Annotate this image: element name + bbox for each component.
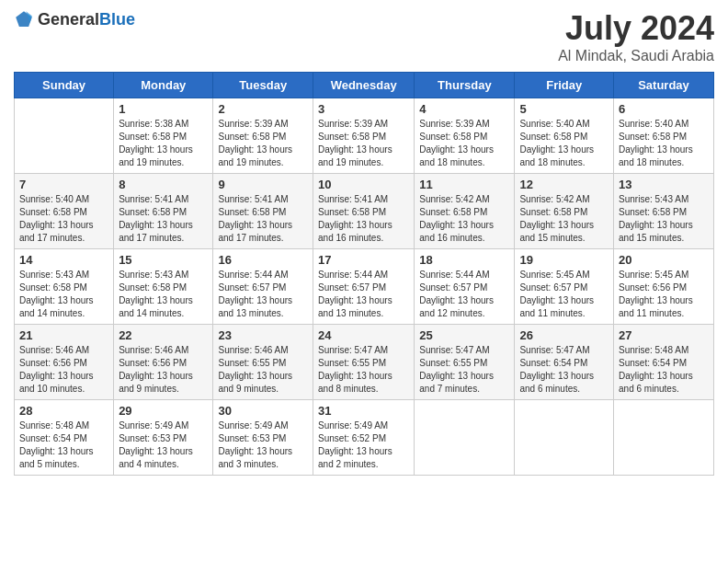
day-info: Sunrise: 5:46 AMSunset: 6:56 PMDaylight:… <box>19 344 108 396</box>
day-number: 23 <box>218 328 308 342</box>
table-row: 26Sunrise: 5:47 AMSunset: 6:54 PMDayligh… <box>515 325 614 400</box>
day-info: Sunrise: 5:48 AMSunset: 6:54 PMDaylight:… <box>619 344 709 396</box>
day-number: 9 <box>218 178 308 191</box>
day-number: 25 <box>419 328 509 342</box>
day-info: Sunrise: 5:42 AMSunset: 6:58 PMDaylight:… <box>419 193 509 245</box>
day-info: Sunrise: 5:39 AMSunset: 6:58 PMDaylight:… <box>218 118 308 169</box>
day-info: Sunrise: 5:43 AMSunset: 6:58 PMDaylight:… <box>119 269 208 320</box>
table-row <box>415 400 515 476</box>
day-number: 5 <box>519 102 609 116</box>
table-row: 31Sunrise: 5:49 AMSunset: 6:52 PMDayligh… <box>313 400 415 476</box>
day-info: Sunrise: 5:46 AMSunset: 6:55 PMDaylight:… <box>218 344 308 396</box>
day-number: 31 <box>318 404 409 418</box>
day-number: 16 <box>218 253 308 267</box>
table-row: 23Sunrise: 5:46 AMSunset: 6:55 PMDayligh… <box>213 325 313 400</box>
day-info: Sunrise: 5:45 AMSunset: 6:56 PMDaylight:… <box>619 269 709 320</box>
day-number: 28 <box>19 404 108 418</box>
week-row-5: 28Sunrise: 5:48 AMSunset: 6:54 PMDayligh… <box>15 400 714 476</box>
table-row: 5Sunrise: 5:40 AMSunset: 6:58 PMDaylight… <box>515 98 614 174</box>
table-row: 29Sunrise: 5:49 AMSunset: 6:53 PMDayligh… <box>114 400 213 476</box>
day-info: Sunrise: 5:49 AMSunset: 6:53 PMDaylight:… <box>218 419 308 471</box>
day-number: 26 <box>519 328 609 342</box>
day-number: 15 <box>119 253 208 267</box>
day-info: Sunrise: 5:43 AMSunset: 6:58 PMDaylight:… <box>19 269 108 320</box>
day-number: 20 <box>619 253 709 267</box>
day-info: Sunrise: 5:39 AMSunset: 6:58 PMDaylight:… <box>318 118 409 169</box>
table-row: 6Sunrise: 5:40 AMSunset: 6:58 PMDaylight… <box>614 98 714 174</box>
logo-blue: Blue <box>99 10 135 29</box>
week-row-4: 21Sunrise: 5:46 AMSunset: 6:56 PMDayligh… <box>15 325 714 400</box>
day-number: 22 <box>119 328 208 342</box>
day-info: Sunrise: 5:40 AMSunset: 6:58 PMDaylight:… <box>519 118 609 169</box>
day-number: 4 <box>419 102 509 116</box>
table-row: 19Sunrise: 5:45 AMSunset: 6:57 PMDayligh… <box>515 249 614 325</box>
day-number: 6 <box>619 102 709 116</box>
table-row: 3Sunrise: 5:39 AMSunset: 6:58 PMDaylight… <box>313 98 415 174</box>
title-area: July 2024 Al Mindak, Saudi Arabia <box>558 9 714 64</box>
table-row: 18Sunrise: 5:44 AMSunset: 6:57 PMDayligh… <box>415 249 515 325</box>
day-info: Sunrise: 5:47 AMSunset: 6:55 PMDaylight:… <box>318 344 409 396</box>
calendar-header-row: Sunday Monday Tuesday Wednesday Thursday… <box>15 73 714 98</box>
day-info: Sunrise: 5:45 AMSunset: 6:57 PMDaylight:… <box>519 269 609 320</box>
table-row: 17Sunrise: 5:44 AMSunset: 6:57 PMDayligh… <box>313 249 415 325</box>
day-number: 18 <box>419 253 509 267</box>
day-info: Sunrise: 5:44 AMSunset: 6:57 PMDaylight:… <box>318 269 409 320</box>
location-title: Al Mindak, Saudi Arabia <box>558 48 714 64</box>
table-row: 14Sunrise: 5:43 AMSunset: 6:58 PMDayligh… <box>15 249 114 325</box>
day-info: Sunrise: 5:41 AMSunset: 6:58 PMDaylight:… <box>119 193 208 245</box>
page-header: GeneralBlue July 2024 Al Mindak, Saudi A… <box>14 9 714 64</box>
table-row: 16Sunrise: 5:44 AMSunset: 6:57 PMDayligh… <box>213 249 313 325</box>
month-title: July 2024 <box>558 9 714 48</box>
day-info: Sunrise: 5:41 AMSunset: 6:58 PMDaylight:… <box>318 193 409 245</box>
day-info: Sunrise: 5:40 AMSunset: 6:58 PMDaylight:… <box>619 118 709 169</box>
header-friday: Friday <box>515 73 614 98</box>
day-info: Sunrise: 5:48 AMSunset: 6:54 PMDaylight:… <box>19 419 108 471</box>
day-info: Sunrise: 5:49 AMSunset: 6:53 PMDaylight:… <box>119 419 208 471</box>
table-row: 24Sunrise: 5:47 AMSunset: 6:55 PMDayligh… <box>313 325 415 400</box>
header-sunday: Sunday <box>15 73 114 98</box>
header-saturday: Saturday <box>614 73 714 98</box>
table-row: 10Sunrise: 5:41 AMSunset: 6:58 PMDayligh… <box>313 174 415 249</box>
table-row: 1Sunrise: 5:38 AMSunset: 6:58 PMDaylight… <box>114 98 213 174</box>
day-number: 17 <box>318 253 409 267</box>
day-number: 13 <box>619 178 709 191</box>
day-number: 21 <box>19 328 108 342</box>
day-info: Sunrise: 5:47 AMSunset: 6:54 PMDaylight:… <box>519 344 609 396</box>
week-row-3: 14Sunrise: 5:43 AMSunset: 6:58 PMDayligh… <box>15 249 714 325</box>
day-number: 29 <box>119 404 208 418</box>
day-info: Sunrise: 5:47 AMSunset: 6:55 PMDaylight:… <box>419 344 509 396</box>
day-number: 2 <box>218 102 308 116</box>
table-row: 28Sunrise: 5:48 AMSunset: 6:54 PMDayligh… <box>15 400 114 476</box>
calendar-table: Sunday Monday Tuesday Wednesday Thursday… <box>14 72 714 476</box>
day-number: 1 <box>119 102 208 116</box>
table-row: 8Sunrise: 5:41 AMSunset: 6:58 PMDaylight… <box>114 174 213 249</box>
table-row: 25Sunrise: 5:47 AMSunset: 6:55 PMDayligh… <box>415 325 515 400</box>
logo-icon <box>14 9 34 29</box>
header-thursday: Thursday <box>415 73 515 98</box>
logo-general: General <box>38 10 99 29</box>
day-info: Sunrise: 5:41 AMSunset: 6:58 PMDaylight:… <box>218 193 308 245</box>
table-row: 2Sunrise: 5:39 AMSunset: 6:58 PMDaylight… <box>213 98 313 174</box>
day-info: Sunrise: 5:40 AMSunset: 6:58 PMDaylight:… <box>19 193 108 245</box>
table-row <box>614 400 714 476</box>
day-number: 27 <box>619 328 709 342</box>
header-wednesday: Wednesday <box>313 73 415 98</box>
logo-text: GeneralBlue <box>38 10 135 29</box>
day-info: Sunrise: 5:39 AMSunset: 6:58 PMDaylight:… <box>419 118 509 169</box>
table-row: 21Sunrise: 5:46 AMSunset: 6:56 PMDayligh… <box>15 325 114 400</box>
table-row: 30Sunrise: 5:49 AMSunset: 6:53 PMDayligh… <box>213 400 313 476</box>
table-row: 7Sunrise: 5:40 AMSunset: 6:58 PMDaylight… <box>15 174 114 249</box>
day-number: 14 <box>19 253 108 267</box>
table-row: 9Sunrise: 5:41 AMSunset: 6:58 PMDaylight… <box>213 174 313 249</box>
day-number: 3 <box>318 102 409 116</box>
week-row-2: 7Sunrise: 5:40 AMSunset: 6:58 PMDaylight… <box>15 174 714 249</box>
day-number: 12 <box>519 178 609 191</box>
day-number: 24 <box>318 328 409 342</box>
day-number: 10 <box>318 178 409 191</box>
day-info: Sunrise: 5:42 AMSunset: 6:58 PMDaylight:… <box>519 193 609 245</box>
table-row: 11Sunrise: 5:42 AMSunset: 6:58 PMDayligh… <box>415 174 515 249</box>
table-row: 20Sunrise: 5:45 AMSunset: 6:56 PMDayligh… <box>614 249 714 325</box>
day-info: Sunrise: 5:46 AMSunset: 6:56 PMDaylight:… <box>119 344 208 396</box>
table-row: 4Sunrise: 5:39 AMSunset: 6:58 PMDaylight… <box>415 98 515 174</box>
day-info: Sunrise: 5:44 AMSunset: 6:57 PMDaylight:… <box>218 269 308 320</box>
